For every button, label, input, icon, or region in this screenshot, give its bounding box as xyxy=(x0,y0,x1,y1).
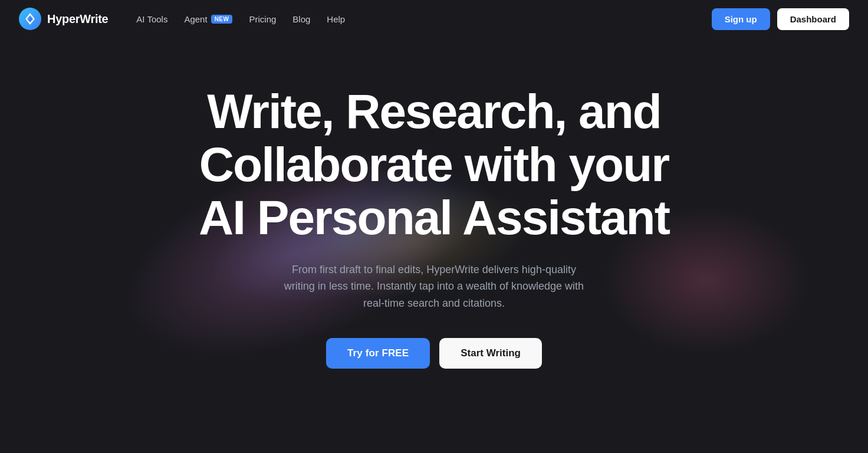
nav-label-agent: Agent xyxy=(184,14,207,24)
nav-label-blog: Blog xyxy=(292,14,310,24)
logo-text: HyperWrite xyxy=(47,12,108,26)
nav-item-ai-tools[interactable]: AI Tools xyxy=(129,9,175,29)
logo[interactable]: HyperWrite xyxy=(19,8,108,30)
hero-subtitle: From first draft to final edits, HyperWr… xyxy=(281,261,587,312)
nav-label-pricing: Pricing xyxy=(249,14,276,24)
try-free-button[interactable]: Try for FREE xyxy=(326,338,430,369)
navbar-left: HyperWrite AI Tools Agent NEW Pricing Bl… xyxy=(19,8,352,30)
nav-item-pricing[interactable]: Pricing xyxy=(242,9,283,29)
nav-label-help: Help xyxy=(327,14,345,24)
agent-new-badge: NEW xyxy=(211,15,233,24)
logo-icon xyxy=(19,8,41,30)
navbar-right: Sign up Dashboard xyxy=(712,8,849,30)
hero-buttons: Try for FREE Start Writing xyxy=(326,338,542,369)
navbar: HyperWrite AI Tools Agent NEW Pricing Bl… xyxy=(0,0,868,38)
nav-item-help[interactable]: Help xyxy=(320,9,352,29)
nav-links: AI Tools Agent NEW Pricing Blog Help xyxy=(129,9,352,29)
hero-title: Write, Research, and Collaborate with yo… xyxy=(180,85,688,245)
start-writing-button[interactable]: Start Writing xyxy=(439,338,542,369)
nav-item-blog[interactable]: Blog xyxy=(285,9,317,29)
signup-button[interactable]: Sign up xyxy=(712,8,770,30)
dashboard-button[interactable]: Dashboard xyxy=(777,8,849,30)
hero-section: Write, Research, and Collaborate with yo… xyxy=(0,38,868,369)
nav-item-agent[interactable]: Agent NEW xyxy=(177,9,239,29)
nav-label-ai-tools: AI Tools xyxy=(136,14,167,24)
